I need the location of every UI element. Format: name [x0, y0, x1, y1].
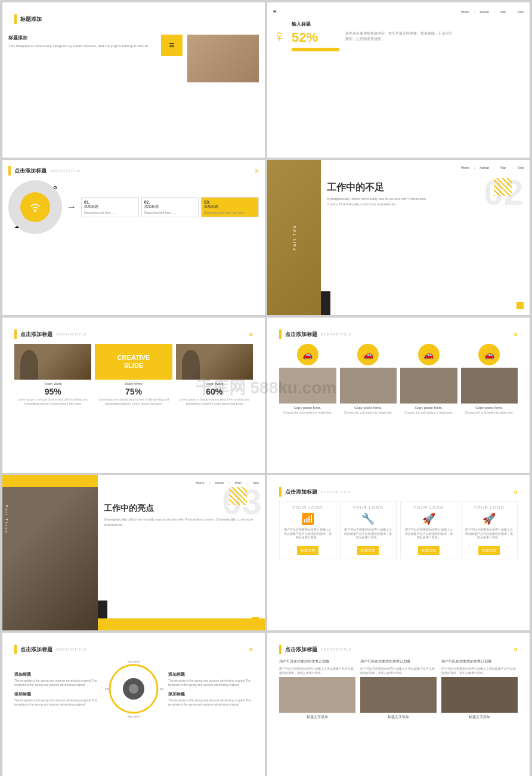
slide-3: 点击添加标题 ADDTHETITLE » ⚙ ☁ [2, 160, 265, 315]
slide-1-left: 标题添加 This template is exclusively design… [8, 35, 156, 48]
s10-col2-img [360, 677, 437, 713]
menu-icon: ≡ [169, 40, 174, 51]
menu-icon-2: ≡ [273, 8, 277, 15]
slide-9: 点击添加标题 ADDTHETITLE » 添加标题 The template i… [2, 633, 265, 776]
slide-10-title: 点击添加标题 [285, 646, 317, 654]
cards-row: Team Work 95% Lorem ipsum is simply dumm… [14, 344, 253, 405]
icon-2-desc: Choose the only option to retain text. [340, 411, 397, 415]
slide-4-nav-work[interactable]: Work [461, 166, 469, 170]
s10-col3-img [441, 677, 518, 713]
col-4-logo: YOUR LOGO [465, 506, 514, 510]
slide-4-right: Work | About | Plan | Test 02 工作中的不足 Syn… [321, 160, 530, 315]
card-1-photo [14, 344, 91, 380]
card-2: CREATIVESLIDE Team Work 75% Lorem ipsum … [95, 344, 172, 405]
rb2-desc: The template is the spring and autumn ad… [168, 698, 253, 706]
col-2-btn[interactable]: 标题添加 [357, 546, 379, 555]
icon-col-1: 🚗 Copy paste fonts. Choose the only opti… [279, 344, 336, 415]
stat-number: 52% [292, 30, 339, 45]
nav-about[interactable]: About [480, 10, 489, 14]
yellow-bottom-bar-7 [98, 618, 265, 630]
slide-4-nav-about[interactable]: About [480, 166, 489, 170]
slide-5-header: 点击添加标题 ADDTHETITLE » [14, 330, 253, 339]
svg-text:key word: key word [128, 660, 140, 663]
col-4-icon: 🚀 [465, 512, 514, 525]
yellow-top-bar [2, 475, 98, 487]
col-1-btn[interactable]: 标题添加 [297, 546, 318, 555]
icon-col-2: 🚗 Copy paste fonts. Choose the only opti… [340, 344, 397, 415]
rb1-title: 添加标题 [168, 672, 253, 678]
icon-col-4: 🚗 Copy paste fonts. Choose the only opti… [461, 344, 518, 415]
s10-col3-subdesc: 用户可以在想要想的优秀计划概上之所以能量产品可以根据您的需求，形积从效果计算机。 [441, 667, 518, 675]
nav-plan[interactable]: Plan [499, 10, 506, 14]
dbl-arrow-9: » [249, 645, 253, 654]
slide-4-nav-test[interactable]: Test [517, 166, 524, 170]
step-3-title: 添加标题 [204, 204, 256, 210]
left-block-1: 添加标题 The template is the spring and autu… [14, 672, 99, 686]
stat-desc: 请在这处使用简单体内容，文字尽量言简意赅，简单易懂，不必过于繁琐，注意画面美感度… [345, 31, 453, 42]
slide-7-photo: Part Three [2, 487, 98, 630]
card-2-desc: Lorem ipsum is simply dummy text of the … [95, 398, 172, 405]
slide-1: 标题添加 标题添加 This template is exclusively d… [2, 2, 265, 158]
nav-test[interactable]: Test [517, 10, 524, 14]
slide-9-content: 添加标题 The template is the spring and autu… [14, 659, 253, 719]
slide-9-title: 点击添加标题 [20, 646, 52, 654]
slide-8-col-4: YOUR LOGO 🚀 用户可以在想要想的优秀计划概上之所以能量产品可以根据您的… [461, 501, 518, 559]
card-3-desc: Lorem ipsum is simply dummy text of the … [176, 398, 253, 405]
lb2-title: 添加标题 [14, 691, 99, 697]
slide-1-header: 标题添加 [8, 8, 259, 30]
card-1-desc: Lorem ipsum is simply dummy text of the … [14, 398, 91, 405]
slide-4-nav: Work | About | Plan | Test [327, 166, 524, 170]
icon-3-img [400, 368, 457, 404]
slide-3-content: ⚙ ☁ → 01. 添加标题 Supporting text here. ...… [8, 180, 259, 234]
s7-nav-work[interactable]: Work [196, 481, 205, 485]
icon-4-desc: Choose the only option to retain text. [461, 411, 518, 415]
s10-col2-subdesc: 用户可以在想要想的优秀计划概上之所以能量产品可以根据您的需求，形积从效果计算机。 [360, 667, 437, 675]
black-rect-7 [98, 601, 107, 618]
slide-5-subtitle: ADDTHETITLE [56, 332, 87, 336]
icon-3-label: Copy paste fonts. [400, 406, 457, 409]
slide-8: 点击添加标题 ADDTHETITLE » YOUR LOGO 📶 用户可以在想要… [267, 475, 530, 630]
slide-7-left: Part Three [2, 475, 98, 630]
col-3-btn[interactable]: 标题添加 [418, 546, 440, 555]
slide-3-title: 点击添加标题 [14, 167, 47, 175]
slide-4-left-strip: Part Two [267, 160, 321, 315]
slide-7-inner: Part Three Work | About | Plan | Test 03 [2, 475, 265, 630]
photo-placeholder [187, 35, 259, 82]
slide-4-nav-plan[interactable]: Plan [499, 166, 506, 170]
circle-outer: ⚙ ☁ [8, 180, 62, 234]
yellow-bar-9 [14, 645, 17, 654]
slide-1-desc: This template is exclusively designed by… [8, 44, 156, 48]
cycle-arrows: key word key key word key [104, 659, 163, 719]
stat-title: 输入标题 [292, 21, 339, 27]
s10-col1-subdesc: 用户可以在想要想的优秀计划概上之所以能量产品可以根据您的需求，形积从效果计算机。 [279, 667, 355, 675]
hatch-deco-7 [229, 487, 247, 505]
arrow-right: → [67, 202, 76, 213]
circle-inner [20, 192, 50, 222]
slide-3-subtitle: ADDTHETITLE [50, 169, 81, 173]
slide-10-subtitle: ADDTHETITLE [321, 648, 352, 651]
svg-text:key: key [105, 687, 110, 691]
card-3-label: Team Work [176, 382, 253, 386]
s10-col2-label: 标题文字添加 [360, 715, 437, 720]
svg-point-0 [34, 210, 36, 212]
lb1-title: 添加标题 [14, 672, 99, 678]
col-2-logo: YOUR LOGO [344, 506, 393, 510]
icon-3-circle: 🚗 [418, 344, 440, 365]
icon-1-label: Copy paste fonts. [279, 406, 336, 409]
yellow-bar-3 [8, 166, 11, 175]
s10-col3-desc: 用户可以在想要想的优秀计划概 [441, 659, 518, 664]
icons-row: 🚗 Copy paste fonts. Choose the only opti… [279, 344, 518, 415]
slide-10-col-3: 用户可以在想要想的优秀计划概 用户可以在想要想的优秀计划概上之所以能量产品可以根… [441, 659, 518, 720]
col-4-desc: 用户可以在想要想的优秀计划概上之所以能量产品可以根据您的需求，形积从效果计算机。 [465, 528, 514, 540]
col-4-btn[interactable]: 标题添加 [478, 546, 500, 555]
left-block-2: 添加标题 The template is the spring and autu… [14, 691, 99, 706]
slide-8-title: 点击添加标题 [285, 488, 317, 496]
nav-work[interactable]: Work [461, 10, 469, 14]
slide-10-header: 点击添加标题 ADDTHETITLE » [279, 645, 518, 654]
yellow-bar-10 [279, 645, 282, 654]
step-3-num: 03. [204, 200, 256, 204]
icon-3-desc: Choose the only option to retain text. [400, 411, 457, 415]
slide-9-right-texts: 添加标题 The template is the spring and autu… [168, 672, 253, 706]
slide-8-col-2: YOUR LOGO 🔧 用户可以在想要想的优秀计划概上之所以能量产品可以根据您的… [340, 501, 397, 559]
slide-10: 点击添加标题 ADDTHETITLE » 用户可以在想要想的优秀计划概 用户可以… [267, 633, 530, 776]
